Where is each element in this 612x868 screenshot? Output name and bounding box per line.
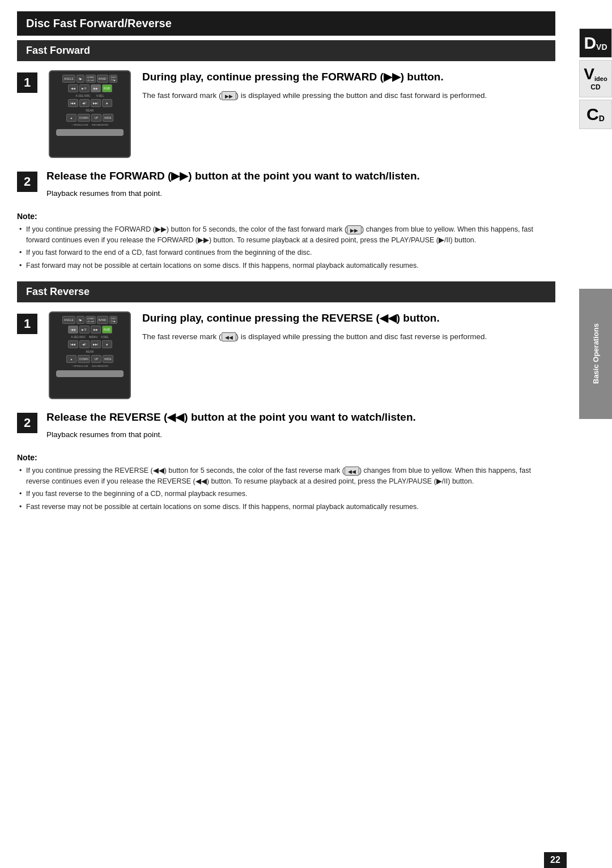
r-ffw-btn: ▶▶ — [91, 84, 101, 92]
fr-r-playpause-btn: ▶/II — [79, 326, 90, 333]
cd-d-letter: D — [599, 114, 605, 123]
fr-r-skipback-btn: |◀◀ — [68, 340, 78, 348]
fr-step2-title: Release the REVERSE (◀◀) button at the p… — [46, 411, 555, 425]
r-stop-btn: ■ — [102, 99, 112, 107]
ff-step2-desc: Playback resumes from that point. — [46, 188, 555, 199]
page-number: 22 — [544, 852, 567, 868]
fr-step1-number: 1 — [17, 314, 37, 334]
fr-note-item-1: If you continue pressing the REVERSE (◀◀… — [17, 465, 555, 487]
fr-r-down-btn: DOWN — [78, 355, 90, 363]
fr-r-discmon-label: DISC/MONITOR — [92, 365, 108, 367]
fr-r-angle-btn: ANGLE — [62, 316, 75, 324]
fr-r-eject-btn: ▲ — [66, 355, 76, 363]
basic-operations-label: Basic Operations — [579, 289, 612, 419]
fr-remote-illustration: ANGLE II▶ bSSM/ch call BAND DVDTV▶ ◀◀ ▶/… — [49, 311, 131, 399]
fr-step1-desc: The fast reverse mark (◀◀) is displayed … — [142, 331, 555, 343]
ff-note-section: Note: If you continue pressing the FORWA… — [17, 212, 555, 271]
fr-r-rear-label: REAR — [86, 350, 94, 353]
fr-note-section: Note: If you continue pressing the REVER… — [17, 453, 555, 512]
fr-r-up-btn: UP — [91, 355, 101, 363]
fr-r-bottom-bar — [56, 370, 124, 377]
fr-r-stop-btn: ■ — [102, 340, 112, 348]
video-cd-label: CD — [590, 83, 600, 91]
fr-r-bssm-btn: bSSM/ch call — [86, 316, 96, 324]
fr-r-vsel-label: V.SEL — [101, 335, 109, 339]
r-bottom-bar — [56, 129, 124, 136]
main-content: Disc Fast Forward/Reverse Fast Forward 1… — [0, 11, 572, 512]
fr-r-wide-btn: WIDE — [103, 355, 113, 363]
fr-mark-icon-note: ◀◀ — [345, 467, 359, 476]
ff-step2-number: 2 — [17, 172, 37, 192]
fr-r-rgb-btn: RGB — [102, 326, 112, 333]
fr-r-dvd-btn: DVDTV▶ — [109, 316, 117, 324]
fr-r-skipfwd-btn: ◀II — [79, 340, 90, 348]
fr-step1-content: During play, continue pressing the REVER… — [142, 311, 555, 343]
r-openclose-label: ↔OPEN/CLOSE — [71, 123, 88, 126]
fr-r-asel-label: A.SEL/SRC — [71, 335, 86, 339]
r-angle-btn: ANGLE — [62, 75, 75, 83]
r-pause-btn: II▶ — [76, 75, 84, 83]
ff-step1-row: 1 ANGLE II▶ bSSM/ch call BAND DVDTV▶ ◀◀ … — [17, 70, 555, 158]
fr-note-title: Note: — [17, 453, 555, 462]
r-rew-btn: ◀◀ — [68, 84, 78, 92]
fr-note-list: If you continue pressing the REVERSE (◀◀… — [17, 465, 555, 512]
fr-r-band-btn: BAND — [97, 316, 108, 324]
main-section-title: Disc Fast Forward/Reverse — [17, 11, 555, 36]
r-skipnext-btn: ▶▶| — [91, 99, 101, 107]
right-sidebar: D VD V ideo CD C D — [579, 28, 612, 131]
page-wrapper: D VD V ideo CD C D Basic Operations Disc… — [0, 11, 612, 868]
fr-r-skipnext-btn: ▶▶| — [91, 340, 101, 348]
fr-note-item-2: If you fast reverse to the beginning of … — [17, 489, 555, 499]
ff-mark-icon: ▶▶ — [222, 91, 236, 100]
fr-note-item-3: Fast reverse may not be possible at cert… — [17, 502, 555, 512]
fr-r-rew-btn: ◀◀ — [68, 326, 78, 333]
fr-step2-desc: Playback resumes from that point. — [46, 429, 555, 441]
ff-note-title: Note: — [17, 212, 555, 221]
video-v-letter: V — [584, 66, 594, 82]
r-eject-btn: ▲ — [66, 114, 76, 122]
cd-tab: C D — [579, 100, 612, 129]
ff-note-item-3: Fast forward may not be possible at cert… — [17, 260, 555, 271]
fr-step1-title: During play, continue pressing the REVER… — [142, 311, 555, 326]
fr-mark-icon: ◀◀ — [222, 332, 236, 341]
r-vsel-label: V.SEL — [96, 94, 104, 97]
ff-note-item-1: If you continue pressing the FORWARD (▶▶… — [17, 224, 555, 246]
r-playpause-btn: ▶/II — [79, 84, 90, 92]
ff-mark-icon-note: ▶▶ — [347, 225, 362, 234]
fr-step1-row: 1 ANGLE II▶ bSSM/ch call BAND DVDTV▶ ◀◀ … — [17, 311, 555, 399]
fr-r-menu-label: MENU — [89, 335, 97, 339]
r-discmon-label: DISC/MONITOR — [92, 123, 108, 126]
dvd-d-letter: D — [584, 35, 596, 52]
ff-step1-number: 1 — [17, 72, 37, 93]
fr-r-pause-btn: II▶ — [76, 316, 84, 324]
ff-step1-title: During play, continue pressing the FORWA… — [142, 70, 555, 84]
fr-step2-content: Release the REVERSE (◀◀) button at the p… — [46, 411, 555, 446]
fast-reverse-header: Fast Reverse — [17, 281, 555, 302]
ff-note-item-2: If you fast forward to the end of a CD, … — [17, 247, 555, 258]
dvd-vd-letters: VD — [596, 42, 607, 52]
r-bssm-btn: bSSM/ch call — [86, 75, 96, 83]
video-tab: V ideo CD — [579, 60, 612, 97]
r-up-btn: UP — [91, 114, 101, 122]
fr-r-openclose-label: ↔OPEN/CLOSE — [71, 365, 88, 367]
r-asel-label: A.SEL/SRC — [76, 94, 91, 97]
r-down-btn: DOWN — [78, 114, 90, 122]
ff-step1-content: During play, continue pressing the FORWA… — [142, 70, 555, 101]
fr-step2-row: 2 Release the REVERSE (◀◀) button at the… — [17, 411, 555, 446]
ff-step2-title: Release the FORWARD (▶▶) button at the p… — [46, 169, 555, 183]
dvd-tab: D VD — [579, 28, 612, 58]
r-band-btn: BAND — [97, 75, 108, 83]
cd-c-letter: C — [586, 106, 599, 123]
ff-step2-row: 2 Release the FORWARD (▶▶) button at the… — [17, 169, 555, 205]
r-skipfwd-btn: ◀II — [79, 99, 90, 107]
r-rgb-btn: RGB — [102, 84, 112, 92]
ff-step1-desc: The fast forward mark (▶▶) is displayed … — [142, 90, 555, 101]
r-wide-btn: WIDE — [103, 114, 113, 122]
ff-remote-illustration: ANGLE II▶ bSSM/ch call BAND DVDTV▶ ◀◀ ▶/… — [49, 70, 131, 158]
fr-step2-number: 2 — [17, 413, 37, 433]
ff-note-list: If you continue pressing the FORWARD (▶▶… — [17, 224, 555, 271]
video-ideo-letters: ideo — [594, 75, 607, 82]
fast-forward-header: Fast Forward — [17, 40, 555, 61]
r-rear-label: REAR — [86, 109, 94, 112]
ff-step2-content: Release the FORWARD (▶▶) button at the p… — [46, 169, 555, 205]
